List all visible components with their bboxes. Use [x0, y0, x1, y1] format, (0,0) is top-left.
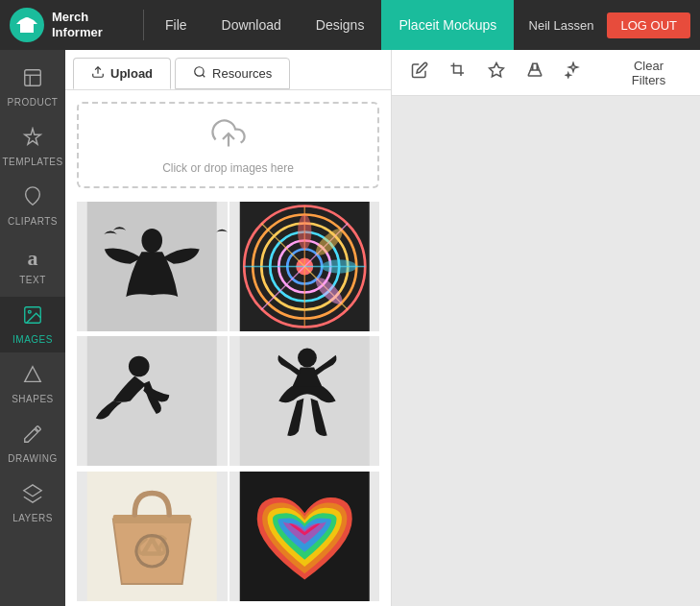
upload-zone[interactable]: Click or drop images here [77, 102, 379, 188]
sidebar-label-product: PRODUCT [8, 97, 59, 108]
svg-rect-31 [113, 515, 191, 523]
panel: Upload Resources [65, 50, 392, 606]
sidebar-item-templates[interactable]: TEMPLATES [0, 119, 65, 175]
right-area: Clear Filters [392, 50, 700, 606]
sidebar-item-product[interactable]: PRODUCT [0, 60, 65, 115]
panel-content: Click or drop images here [65, 90, 391, 606]
svg-point-29 [298, 349, 317, 368]
svg-marker-3 [25, 367, 41, 382]
left-sidebar: PRODUCT TEMPLATES CLIPARTS a TEXT [0, 50, 65, 606]
nav-menu: File Download Designs Placeit Mockups [148, 0, 514, 50]
sidebar-item-shapes[interactable]: SHAPES [0, 356, 65, 412]
image-cell-dancer-crouch[interactable] [77, 336, 228, 466]
right-toolbar: Clear Filters [392, 50, 700, 96]
sidebar-label-drawing: DRAWING [8, 453, 57, 464]
upload-cloud-icon [211, 116, 246, 158]
images-icon [22, 304, 43, 330]
image-cell-psychedelic[interactable] [229, 202, 380, 331]
crop-icon[interactable] [446, 58, 471, 87]
nav-item-download[interactable]: Download [205, 0, 299, 50]
logout-button[interactable]: LOG OUT [607, 12, 690, 38]
shapes-icon [22, 364, 43, 390]
image-cell-heart[interactable] [229, 472, 380, 601]
star-icon[interactable] [484, 58, 509, 87]
panel-tabs: Upload Resources [65, 50, 391, 90]
cliparts-icon [22, 186, 43, 212]
sidebar-item-layers[interactable]: LAYERS [0, 475, 65, 531]
svg-rect-0 [25, 70, 41, 86]
svg-point-6 [195, 67, 204, 76]
logo-area: Merch Informer [0, 8, 139, 42]
layers-icon [22, 483, 43, 509]
sidebar-item-drawing[interactable]: DRAWING [0, 416, 65, 472]
upload-tab-label: Upload [110, 66, 153, 81]
sidebar-item-images[interactable]: IMAGES [0, 297, 65, 352]
svg-point-22 [298, 215, 311, 250]
drawing-icon [22, 424, 43, 449]
svg-point-24 [322, 259, 356, 273]
svg-marker-33 [490, 63, 504, 77]
upload-tab-icon [91, 65, 105, 82]
resources-tab-label: Resources [212, 66, 272, 81]
svg-marker-4 [24, 485, 41, 497]
magic-icon[interactable] [561, 58, 586, 87]
sidebar-label-layers: LAYERS [12, 513, 53, 523]
svg-point-27 [129, 356, 150, 377]
image-grid [65, 200, 391, 606]
sidebar-item-text[interactable]: a TEXT [0, 238, 65, 293]
sidebar-label-text: TEXT [19, 275, 46, 285]
sidebar-label-templates: TEMPLATES [2, 157, 62, 167]
nav-item-designs[interactable]: Designs [299, 0, 382, 50]
image-cell-dancer-stand[interactable] [229, 336, 380, 466]
top-nav: Merch Informer File Download Designs Pla… [0, 0, 700, 50]
svg-point-2 [28, 310, 31, 313]
resources-tab-icon [193, 65, 206, 82]
svg-line-7 [203, 75, 205, 78]
main-layout: PRODUCT TEMPLATES CLIPARTS a TEXT [0, 50, 700, 606]
text-icon: a [28, 246, 38, 271]
nav-divider [143, 10, 144, 40]
canvas-area [392, 96, 700, 606]
upload-zone-text: Click or drop images here [162, 161, 294, 175]
sidebar-label-shapes: SHAPES [12, 394, 54, 404]
edit-icon[interactable] [407, 58, 432, 87]
templates-icon [22, 127, 43, 153]
svg-point-9 [141, 229, 162, 253]
logo-text: Merch Informer [52, 10, 103, 39]
flask-icon[interactable] [522, 58, 547, 87]
nav-item-placeit[interactable]: Placeit Mockups [381, 0, 514, 50]
nav-user: Neil Lassen [516, 18, 608, 33]
sidebar-label-images: IMAGES [12, 334, 53, 345]
logo-icon [10, 8, 44, 42]
tab-resources[interactable]: Resources [175, 58, 290, 89]
tab-upload[interactable]: Upload [73, 58, 171, 89]
clear-filters-button[interactable]: Clear Filters [613, 55, 685, 91]
sidebar-item-cliparts[interactable]: CLIPARTS [0, 179, 65, 234]
product-icon [22, 67, 43, 93]
image-cell-bag[interactable] [77, 472, 228, 601]
nav-item-file[interactable]: File [148, 0, 205, 50]
image-cell-angel[interactable] [77, 202, 228, 331]
sidebar-label-cliparts: CLIPARTS [8, 216, 58, 227]
